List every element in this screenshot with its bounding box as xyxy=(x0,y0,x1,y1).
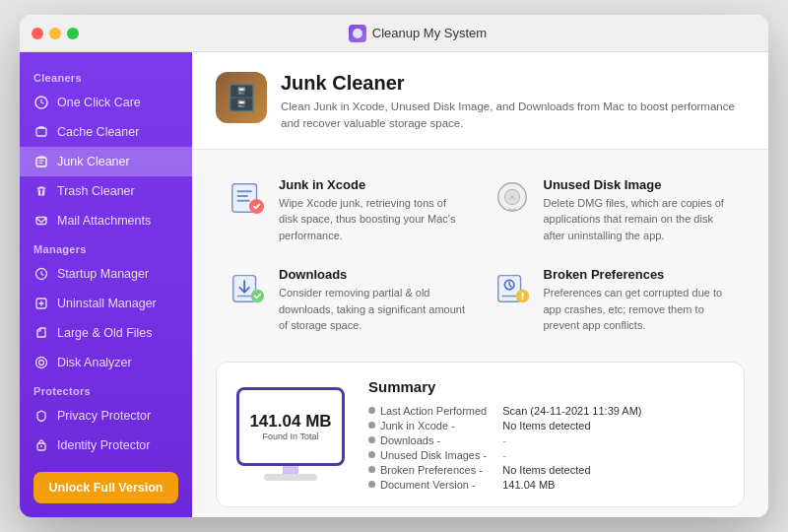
summary-val-6: 141.04 MB xyxy=(502,479,724,491)
sidebar-label: Trash Cleaner xyxy=(57,184,135,198)
sidebar-bottom: Unlock Full Version xyxy=(20,460,192,515)
svg-point-7 xyxy=(36,358,47,368)
sidebar-item-large-old-files[interactable]: Large & Old Files xyxy=(20,318,192,348)
trash-cleaner-icon xyxy=(33,183,49,199)
monitor-screen: 141.04 MB Found In Total xyxy=(236,387,345,466)
summary-section: 141.04 MB Found In Total Summary Last Ac… xyxy=(216,362,745,507)
summary-data: Summary Last Action Performed Scan (24-1… xyxy=(368,378,724,491)
cleaners-section-label: Cleaners xyxy=(20,64,192,88)
sidebar-label: One Click Care xyxy=(57,96,141,109)
feature-junk-xcode-text: Junk in Xcode Wipe Xcode junk, retrievin… xyxy=(279,177,469,244)
sidebar-item-one-click-care[interactable]: One Click Care xyxy=(20,88,192,117)
uninstall-manager-icon xyxy=(33,296,49,311)
feature-junk-xcode: Junk in Xcode Wipe Xcode junk, retrievin… xyxy=(216,166,481,256)
feature-desc: Consider removing partial & old download… xyxy=(279,285,469,334)
sidebar-label: Identity Protector xyxy=(57,438,151,452)
summary-key-3: Downloads - xyxy=(368,434,487,446)
protectors-section-label: Protectors xyxy=(20,377,192,401)
svg-point-15 xyxy=(509,194,514,199)
summary-val-1: Scan (24-11-2021 11:39 AM) xyxy=(502,405,724,417)
sidebar-item-privacy-protector[interactable]: Privacy Protector xyxy=(20,401,192,431)
sidebar-label: Disk Analyzer xyxy=(57,356,132,369)
one-click-care-icon xyxy=(33,95,49,110)
page-description: Clean Junk in Xcode, Unused Disk Image, … xyxy=(281,99,745,133)
summary-rows: Last Action Performed Scan (24-11-2021 1… xyxy=(368,405,724,491)
feature-unused-disk: Unused Disk Image Delete DMG files, whic… xyxy=(481,166,746,256)
sidebar-item-identity-protector[interactable]: Identity Protector xyxy=(20,431,192,460)
summary-val-2: No Items detected xyxy=(502,420,724,432)
total-label: Found In Total xyxy=(263,432,319,441)
feature-unused-disk-text: Unused Disk Image Delete DMG files, whic… xyxy=(544,177,734,244)
summary-val-5: No Items detected xyxy=(502,464,724,476)
broken-prefs-icon xyxy=(492,267,532,306)
startup-manager-icon xyxy=(33,266,49,282)
sidebar-label: Mail Attachments xyxy=(57,214,151,228)
identity-protector-icon xyxy=(33,437,49,453)
main-header-text: Junk Cleaner Clean Junk in Xcode, Unused… xyxy=(281,72,745,133)
sidebar-label: Uninstall Manager xyxy=(57,297,157,310)
summary-val-3: - xyxy=(502,434,724,446)
sidebar-item-mail-attachments[interactable]: Mail Attachments xyxy=(20,206,192,235)
main-header: 🗄️ Junk Cleaner Clean Junk in Xcode, Unu… xyxy=(192,52,768,150)
feature-title: Junk in Xcode xyxy=(279,177,469,192)
feature-title: Downloads xyxy=(279,267,469,282)
maximize-button[interactable] xyxy=(67,28,79,39)
svg-rect-2 xyxy=(36,128,46,136)
summary-title: Summary xyxy=(368,378,724,395)
sidebar-label: Junk Cleaner xyxy=(57,155,130,168)
cache-cleaner-icon xyxy=(33,124,49,140)
sidebar-label: Startup Manager xyxy=(57,267,149,281)
downloads-icon xyxy=(228,267,267,306)
features-grid: Junk in Xcode Wipe Xcode junk, retrievin… xyxy=(192,150,768,362)
feature-title: Broken Preferences xyxy=(544,267,734,282)
unlock-full-version-button[interactable]: Unlock Full Version xyxy=(33,472,178,503)
summary-key-2: Junk in Xcode - xyxy=(368,420,487,432)
large-old-files-icon xyxy=(33,325,49,341)
svg-point-21 xyxy=(521,298,523,299)
summary-monitor: 141.04 MB Found In Total xyxy=(236,387,345,481)
privacy-protector-icon xyxy=(33,408,49,424)
total-size: 141.04 MB xyxy=(249,412,331,432)
junk-cleaner-icon xyxy=(33,154,49,169)
sidebar-item-trash-cleaner[interactable]: Trash Cleaner xyxy=(20,176,192,206)
svg-point-10 xyxy=(40,445,42,447)
main-content: 🗄️ Junk Cleaner Clean Junk in Xcode, Unu… xyxy=(192,52,768,517)
feature-title: Unused Disk Image xyxy=(544,177,734,192)
titlebar-center: Cleanup My System xyxy=(79,25,756,42)
junk-xcode-icon xyxy=(228,177,267,217)
sidebar-label: Privacy Protector xyxy=(57,409,151,423)
sidebar-item-junk-cleaner[interactable]: Junk Cleaner xyxy=(20,147,192,176)
sidebar-label: Large & Old Files xyxy=(57,326,153,340)
feature-broken-prefs: Broken Preferences Preferences can get c… xyxy=(481,255,746,346)
junk-icon: 🗄️ xyxy=(226,83,257,113)
traffic-lights xyxy=(32,28,79,39)
mail-attachments-icon xyxy=(33,213,49,229)
minimize-button[interactable] xyxy=(49,28,61,39)
unused-disk-icon xyxy=(492,177,532,217)
app-icon xyxy=(349,25,366,42)
disk-analyzer-icon xyxy=(33,355,49,370)
feature-downloads: Downloads Consider removing partial & ol… xyxy=(216,255,481,346)
titlebar: Cleanup My System xyxy=(20,15,768,52)
svg-rect-3 xyxy=(36,158,46,166)
summary-key-6: Document Version - xyxy=(368,479,487,491)
app-content: Cleaners One Click Care Cache Cleaner Ju… xyxy=(20,52,768,517)
sidebar-item-startup-manager[interactable]: Startup Manager xyxy=(20,259,192,289)
svg-rect-4 xyxy=(36,218,46,225)
svg-point-0 xyxy=(353,29,362,38)
junk-cleaner-feature-icon: 🗄️ xyxy=(216,72,267,123)
feature-broken-prefs-text: Broken Preferences Preferences can get c… xyxy=(544,267,734,334)
page-title: Junk Cleaner xyxy=(281,72,745,95)
window-title: Cleanup My System xyxy=(372,26,487,40)
sidebar-item-disk-analyzer[interactable]: Disk Analyzer xyxy=(20,348,192,377)
sidebar-item-cache-cleaner[interactable]: Cache Cleaner xyxy=(20,117,192,147)
summary-val-4: - xyxy=(502,449,724,461)
managers-section-label: Managers xyxy=(20,235,192,259)
close-button[interactable] xyxy=(32,28,43,39)
app-window: Cleanup My System Cleaners One Click Car… xyxy=(20,15,768,517)
summary-key-4: Unused Disk Images - xyxy=(368,449,487,461)
sidebar-item-uninstall-manager[interactable]: Uninstall Manager xyxy=(20,289,192,318)
feature-desc: Preferences can get corrupted due to app… xyxy=(544,285,734,334)
feature-downloads-text: Downloads Consider removing partial & ol… xyxy=(279,267,469,334)
feature-desc: Wipe Xcode junk, retrieving tons of disk… xyxy=(279,195,469,244)
